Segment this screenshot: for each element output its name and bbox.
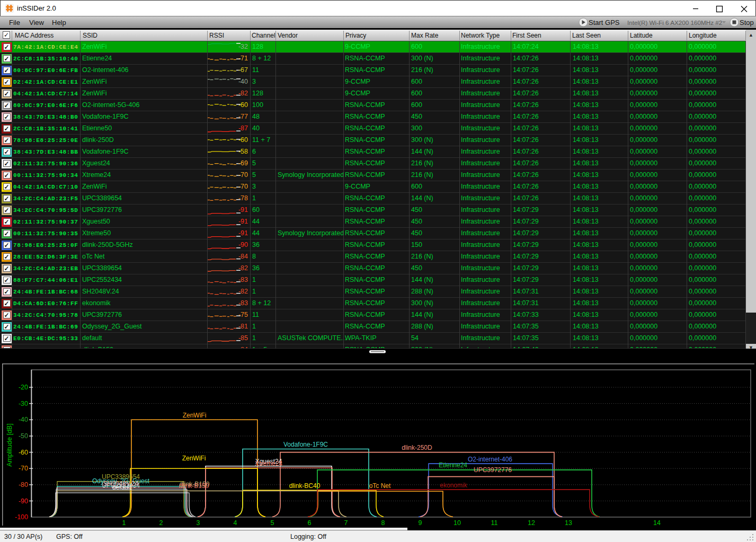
svg-text:-50: -50 [19,432,28,440]
svg-text:-90: -90 [19,497,28,505]
svg-text:2: 2 [159,519,163,527]
svg-text:dlink-B150: dlink-B150 [179,482,209,490]
svg-text:13: 13 [565,519,572,527]
svg-text:-70: -70 [19,465,28,472]
svg-text:ZenWiFi: ZenWiFi [182,455,206,462]
svg-text:12: 12 [528,519,535,527]
svg-text:UPC3972776: UPC3972776 [474,466,512,474]
svg-text:-80: -80 [19,481,28,488]
svg-text:ekonomik: ekonomik [440,482,467,489]
svg-text:3: 3 [197,519,200,527]
svg-text:ZenWiFi: ZenWiFi [183,412,207,419]
svg-text:-40: -40 [19,416,28,423]
svg-text:Etienne24: Etienne24 [439,461,467,469]
svg-text:6: 6 [308,519,312,527]
svg-text:-20: -20 [19,384,28,391]
svg-text:1: 1 [122,519,126,527]
svg-text:O2-internet-406: O2-internet-406 [468,456,512,463]
svg-text:dlink-250D: dlink-250D [402,444,432,451]
svg-text:dlink-BC40: dlink-BC40 [289,482,321,490]
svg-text:Xtreme24: Xtreme24 [255,460,282,467]
svg-text:14: 14 [653,519,661,527]
svg-text:default: default [112,484,132,491]
svg-text:-60: -60 [19,449,28,456]
svg-text:oTc Net: oTc Net [369,482,391,490]
svg-text:9: 9 [419,519,422,527]
svg-text:8: 8 [381,519,385,527]
svg-text:-100: -100 [15,513,28,521]
svg-text:10: 10 [453,519,461,527]
svg-text:5: 5 [271,519,274,527]
svg-text:4: 4 [234,519,237,527]
svg-text:11: 11 [491,519,498,527]
svg-text:Vodafone-1F9C: Vodafone-1F9C [283,441,328,448]
svg-text:-30: -30 [19,400,28,407]
svg-text:Amplitude [dB]: Amplitude [dB] [6,423,13,466]
svg-text:7: 7 [344,519,348,527]
